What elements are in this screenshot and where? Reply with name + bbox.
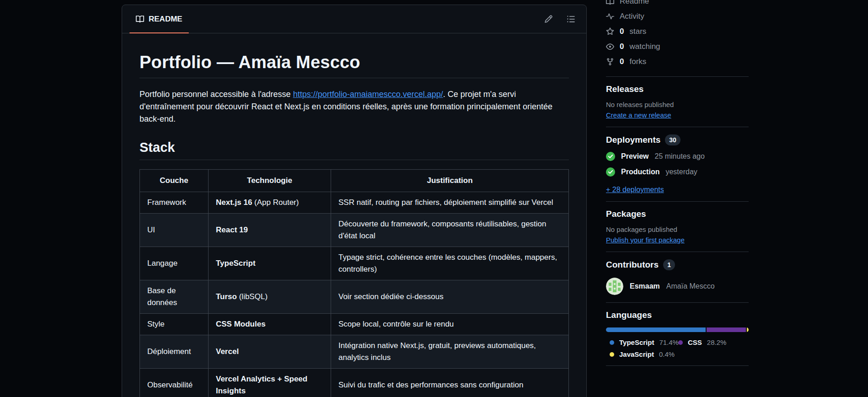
language-percent: 28.2% — [707, 338, 727, 346]
language-bar-segment-css — [707, 327, 746, 332]
stack-table: CoucheTechnologieJustification Framework… — [139, 169, 569, 397]
repo-sidebar: ReadmeActivity0stars0watching0forks Rele… — [606, 0, 749, 373]
language-item-css[interactable]: CSS28.2% — [678, 338, 749, 346]
tab-readme[interactable]: README — [129, 5, 189, 33]
list-unordered-icon[interactable] — [567, 15, 575, 23]
sidebar-item-forks[interactable]: 0forks — [606, 54, 749, 69]
stack-cell-technologie: Next.js 16 (App Router) — [209, 192, 331, 214]
portfolio-url-link[interactable]: https://portfolio-amaiamescco.vercel.app… — [293, 90, 443, 99]
tab-readme-label: README — [149, 15, 182, 24]
stack-cell-justification: Scope local, contrôle sur le rendu — [331, 314, 569, 335]
check-circle-icon — [606, 167, 615, 177]
stack-table-body: FrameworkNext.js 16 (App Router)SSR nati… — [140, 192, 569, 397]
divider — [606, 365, 749, 366]
stack-cell-technologie: TypeScript — [209, 247, 331, 280]
deployment-item-production[interactable]: Productionyesterday — [606, 167, 749, 177]
contributor-avatar[interactable] — [606, 278, 623, 295]
stack-table-row: Base de donnéesTurso (libSQL)Voir sectio… — [140, 280, 569, 314]
readme-card-header: README — [122, 5, 586, 33]
stack-table-header-row: CoucheTechnologieJustification — [140, 170, 569, 192]
language-item-javascript[interactable]: JavaScript0.4% — [610, 350, 678, 358]
language-name: JavaScript — [619, 350, 654, 358]
stack-table-row: ObservabilitéVercel Analytics + Speed In… — [140, 369, 569, 397]
packages-section: Packages No packages published Publish y… — [606, 209, 749, 244]
nav-label: stars — [629, 27, 646, 36]
activity-icon — [606, 12, 614, 21]
column-header-justification: Justification — [331, 170, 569, 192]
language-dot — [610, 340, 614, 345]
contributor-username[interactable]: Esmaam — [630, 282, 660, 290]
sidebar-item-stars[interactable]: 0stars — [606, 24, 749, 39]
stack-table-row: DéploiementVercelIntégration native Next… — [140, 335, 569, 369]
packages-heading: Packages — [606, 209, 749, 219]
book-icon — [136, 15, 144, 23]
contributors-count-badge: 1 — [663, 259, 675, 270]
releases-empty-text: No releases published — [606, 101, 749, 108]
language-legend: TypeScript71.4%CSS28.2%JavaScript0.4% — [606, 338, 749, 358]
sidebar-item-activity[interactable]: Activity — [606, 9, 749, 24]
stack-cell-couche: Style — [140, 314, 209, 335]
column-header-couche: Couche — [140, 170, 209, 192]
stack-cell-technologie: Turso (libSQL) — [209, 280, 331, 314]
deployment-env: Production — [621, 168, 659, 176]
language-item-typescript[interactable]: TypeScript71.4% — [610, 338, 678, 346]
stack-cell-justification: Intégration native Next.js, gratuit, pre… — [331, 335, 569, 369]
contributor-fullname: Amaïa Mescco — [666, 282, 715, 290]
nav-label: Activity — [620, 12, 644, 21]
intro-text-before: Portfolio personnel accessible à l'adres… — [139, 90, 293, 99]
deployments-list: Preview25 minutes agoProductionyesterday — [606, 152, 749, 177]
contributor-row[interactable]: Esmaam Amaïa Mescco — [606, 278, 749, 295]
nav-label: watching — [629, 42, 660, 51]
stack-cell-couche: Langage — [140, 247, 209, 280]
stack-cell-technologie: CSS Modules — [209, 314, 331, 335]
divider — [606, 201, 749, 202]
readme-body: Portfolio — Amaïa Mescco Portfolio perso… — [122, 33, 586, 397]
deployments-heading: Deployments 30 — [606, 134, 749, 145]
sidebar-nav: ReadmeActivity0stars0watching0forks — [606, 0, 749, 69]
active-tab-underline — [129, 32, 189, 33]
divider — [606, 252, 749, 252]
language-dot — [610, 352, 614, 357]
star-icon — [606, 27, 614, 36]
language-name: CSS — [688, 338, 702, 346]
language-bar[interactable] — [606, 327, 749, 332]
releases-section: Releases No releases published Create a … — [606, 84, 749, 119]
book-icon — [606, 0, 614, 5]
language-name: TypeScript — [619, 338, 654, 346]
nav-count: 0 — [620, 57, 624, 66]
languages-heading: Languages — [606, 310, 749, 320]
readme-header-actions — [544, 5, 575, 33]
stack-cell-technologie: Vercel — [209, 335, 331, 369]
readme-intro-paragraph: Portfolio personnel accessible à l'adres… — [139, 88, 569, 125]
packages-empty-text: No packages published — [606, 225, 749, 233]
nav-label: forks — [629, 57, 646, 66]
stack-cell-justification: Suivi du trafic et des performances sans… — [331, 369, 569, 397]
languages-section: Languages TypeScript71.4%CSS28.2%JavaScr… — [606, 310, 749, 358]
stack-cell-couche: Observabilité — [140, 369, 209, 397]
deployment-item-preview[interactable]: Preview25 minutes ago — [606, 152, 749, 161]
stack-cell-technologie: Vercel Analytics + Speed Insights — [209, 369, 331, 397]
all-deployments-link[interactable]: + 28 deployments — [606, 186, 664, 194]
create-release-link[interactable]: Create a new release — [606, 111, 671, 119]
stack-cell-justification: Typage strict, cohérence entre les couch… — [331, 247, 569, 280]
stack-table-row: LangageTypeScriptTypage strict, cohérenc… — [140, 247, 569, 280]
sidebar-item-readme[interactable]: Readme — [606, 0, 749, 9]
stack-cell-justification: Voir section dédiée ci-dessous — [331, 280, 569, 314]
github-repo-page: README Portfolio — Amaïa Mescco Portfoli… — [0, 0, 868, 397]
readme-card: README Portfolio — Amaïa Mescco Portfoli… — [122, 5, 587, 397]
releases-heading: Releases — [606, 84, 749, 94]
fork-icon — [606, 58, 614, 66]
pencil-icon[interactable] — [544, 15, 553, 23]
sidebar-item-watching[interactable]: 0watching — [606, 39, 749, 54]
stack-cell-couche: Framework — [140, 192, 209, 214]
eye-icon — [606, 43, 614, 51]
stack-table-row: FrameworkNext.js 16 (App Router)SSR nati… — [140, 192, 569, 214]
stack-table-row: UIReact 19Découverte du framework, compo… — [140, 214, 569, 247]
deployment-time: yesterday — [665, 168, 697, 176]
contributors-heading-label: Contributors — [606, 260, 659, 270]
language-percent: 71.4% — [659, 338, 679, 346]
nav-label: Readme — [620, 0, 649, 6]
language-dot — [678, 340, 683, 345]
column-header-technologie: Technologie — [209, 170, 331, 192]
publish-package-link[interactable]: Publish your first package — [606, 236, 685, 244]
